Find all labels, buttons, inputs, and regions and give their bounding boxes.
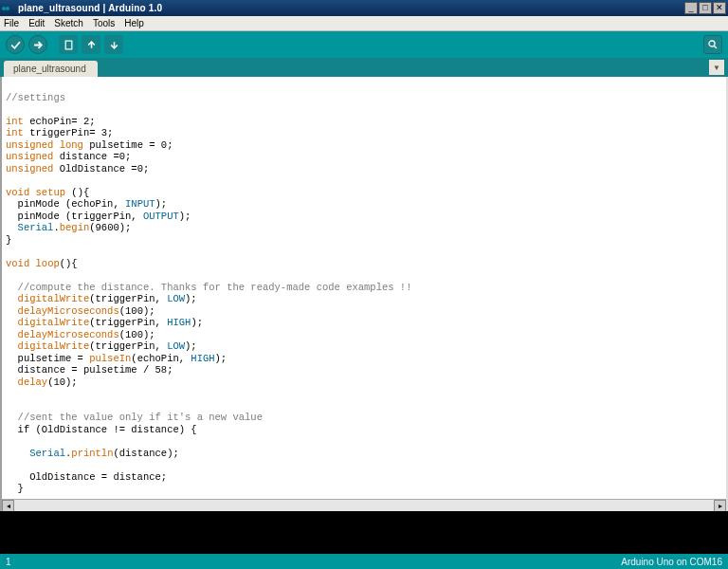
menu-tools[interactable]: Tools xyxy=(93,18,115,28)
tab-active[interactable]: plane_ultrasound xyxy=(4,61,98,77)
scroll-right-button[interactable]: ▸ xyxy=(714,500,726,511)
new-button[interactable] xyxy=(59,35,78,54)
console-output xyxy=(0,511,728,554)
horizontal-scrollbar[interactable]: ◂ ▸ xyxy=(2,499,726,511)
toolbar xyxy=(0,31,728,58)
file-icon xyxy=(64,40,74,50)
menu-help[interactable]: Help xyxy=(124,18,144,28)
menubar: File Edit Sketch Tools Help xyxy=(0,16,728,31)
scroll-left-button[interactable]: ◂ xyxy=(2,500,14,511)
serial-monitor-button[interactable] xyxy=(703,35,722,54)
tab-label: plane_ultrasound xyxy=(13,64,86,74)
code-editor[interactable]: //settings int echoPin= 2; int triggerPi… xyxy=(2,77,726,511)
status-line-number: 1 xyxy=(6,557,11,567)
check-icon xyxy=(10,40,21,50)
menu-edit[interactable]: Edit xyxy=(28,18,45,28)
upload-button[interactable] xyxy=(28,35,47,54)
close-button[interactable]: ✕ xyxy=(713,2,726,14)
arrow-down-icon xyxy=(109,40,119,50)
arrow-right-icon xyxy=(33,40,44,50)
open-button[interactable] xyxy=(82,35,100,54)
save-button[interactable] xyxy=(104,35,123,54)
arduino-icon xyxy=(2,3,15,14)
scroll-track[interactable] xyxy=(14,500,714,511)
verify-button[interactable] xyxy=(6,35,25,54)
status-bar: 1 Arduino Uno on COM16 xyxy=(0,554,728,569)
svg-rect-0 xyxy=(65,41,72,49)
menu-sketch[interactable]: Sketch xyxy=(54,18,83,28)
tabstrip: plane_ultrasound ▼ xyxy=(0,58,728,77)
menu-file[interactable]: File xyxy=(4,18,19,28)
minimize-button[interactable]: _ xyxy=(684,2,698,14)
magnifier-icon xyxy=(707,39,719,50)
maximize-button[interactable]: □ xyxy=(699,2,712,14)
editor-area: //settings int echoPin= 2; int triggerPi… xyxy=(0,77,728,511)
titlebar: plane_ultrasound | Arduino 1.0 _ □ ✕ xyxy=(0,0,728,16)
tab-menu-button[interactable]: ▼ xyxy=(709,60,724,75)
svg-line-2 xyxy=(715,46,718,49)
status-board: Arduino Uno on COM16 xyxy=(621,557,722,567)
arrow-up-icon xyxy=(86,40,97,50)
window-title: plane_ultrasound | Arduino 1.0 xyxy=(18,3,683,13)
svg-point-1 xyxy=(709,41,715,46)
